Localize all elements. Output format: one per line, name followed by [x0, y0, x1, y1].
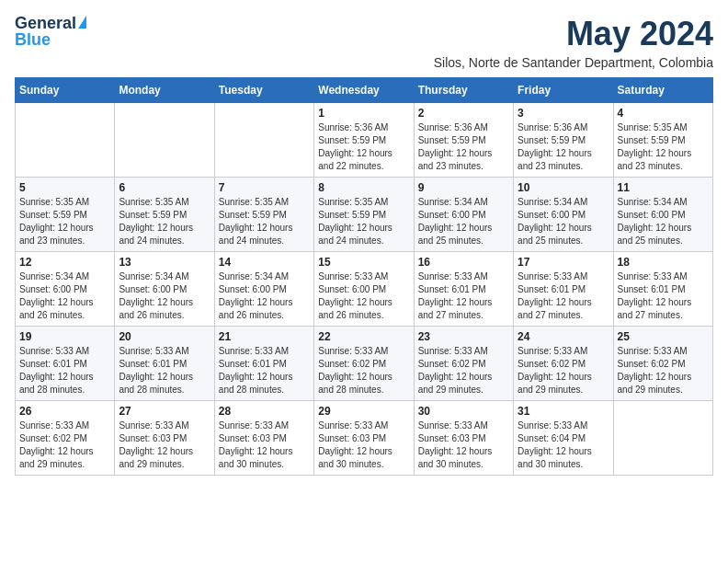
- day-number: 22: [318, 330, 409, 343]
- calendar-empty-cell: [613, 401, 712, 476]
- calendar-day-cell: 6Sunrise: 5:35 AM Sunset: 5:59 PM Daylig…: [115, 178, 214, 252]
- day-info: Sunrise: 5:34 AM Sunset: 6:00 PM Dayligh…: [418, 196, 509, 247]
- calendar-day-cell: 16Sunrise: 5:33 AM Sunset: 6:01 PM Dayli…: [414, 252, 513, 327]
- day-info: Sunrise: 5:33 AM Sunset: 6:03 PM Dayligh…: [119, 419, 210, 471]
- day-of-week-header: Wednesday: [314, 78, 414, 103]
- day-number: 14: [219, 256, 310, 269]
- calendar-day-cell: 10Sunrise: 5:34 AM Sunset: 6:00 PM Dayli…: [514, 178, 613, 252]
- calendar-week-row: 26Sunrise: 5:33 AM Sunset: 6:02 PM Dayli…: [16, 401, 713, 476]
- day-info: Sunrise: 5:33 AM Sunset: 6:00 PM Dayligh…: [318, 270, 409, 322]
- day-info: Sunrise: 5:33 AM Sunset: 6:02 PM Dayligh…: [418, 345, 509, 396]
- day-info: Sunrise: 5:33 AM Sunset: 6:04 PM Dayligh…: [518, 419, 609, 471]
- calendar-day-cell: 14Sunrise: 5:34 AM Sunset: 6:00 PM Dayli…: [214, 252, 313, 327]
- day-info: Sunrise: 5:33 AM Sunset: 6:01 PM Dayligh…: [418, 270, 509, 322]
- calendar-week-row: 12Sunrise: 5:34 AM Sunset: 6:00 PM Dayli…: [16, 252, 713, 327]
- calendar-day-cell: 13Sunrise: 5:34 AM Sunset: 6:00 PM Dayli…: [115, 252, 214, 327]
- page-header: General Blue May 2024 Silos, Norte de Sa…: [15, 15, 713, 70]
- calendar-day-cell: 28Sunrise: 5:33 AM Sunset: 6:03 PM Dayli…: [214, 401, 313, 476]
- day-number: 15: [318, 256, 409, 269]
- day-number: 10: [518, 181, 609, 194]
- calendar-body: 1Sunrise: 5:36 AM Sunset: 5:59 PM Daylig…: [16, 103, 713, 476]
- day-number: 21: [219, 330, 310, 343]
- day-of-week-header: Saturday: [613, 78, 712, 103]
- day-info: Sunrise: 5:36 AM Sunset: 5:59 PM Dayligh…: [518, 121, 609, 173]
- day-number: 30: [418, 405, 509, 418]
- day-number: 2: [418, 107, 509, 120]
- day-of-week-header: Tuesday: [214, 78, 313, 103]
- calendar-day-cell: 27Sunrise: 5:33 AM Sunset: 6:03 PM Dayli…: [115, 401, 214, 476]
- calendar-day-cell: 29Sunrise: 5:33 AM Sunset: 6:03 PM Dayli…: [314, 401, 414, 476]
- calendar-day-cell: 26Sunrise: 5:33 AM Sunset: 6:02 PM Dayli…: [16, 401, 115, 476]
- day-number: 25: [618, 330, 709, 343]
- day-number: 9: [418, 181, 509, 194]
- calendar-day-cell: 21Sunrise: 5:33 AM Sunset: 6:01 PM Dayli…: [214, 327, 313, 401]
- logo-blue-text: Blue: [15, 31, 51, 50]
- calendar-week-row: 1Sunrise: 5:36 AM Sunset: 5:59 PM Daylig…: [16, 103, 713, 178]
- day-of-week-header: Monday: [115, 78, 214, 103]
- day-info: Sunrise: 5:35 AM Sunset: 5:59 PM Dayligh…: [219, 196, 310, 247]
- day-info: Sunrise: 5:33 AM Sunset: 6:03 PM Dayligh…: [318, 419, 409, 471]
- day-number: 3: [518, 107, 609, 120]
- logo: General Blue: [15, 15, 86, 50]
- day-info: Sunrise: 5:33 AM Sunset: 6:03 PM Dayligh…: [418, 419, 509, 471]
- day-number: 17: [518, 256, 609, 269]
- calendar-day-cell: 23Sunrise: 5:33 AM Sunset: 6:02 PM Dayli…: [414, 327, 513, 401]
- day-info: Sunrise: 5:36 AM Sunset: 5:59 PM Dayligh…: [318, 121, 409, 173]
- calendar-day-cell: 2Sunrise: 5:36 AM Sunset: 5:59 PM Daylig…: [414, 103, 513, 178]
- calendar-day-cell: 24Sunrise: 5:33 AM Sunset: 6:02 PM Dayli…: [514, 327, 613, 401]
- calendar-day-cell: 4Sunrise: 5:35 AM Sunset: 5:59 PM Daylig…: [613, 103, 712, 178]
- day-info: Sunrise: 5:33 AM Sunset: 6:02 PM Dayligh…: [518, 345, 609, 396]
- day-of-week-header: Friday: [514, 78, 613, 103]
- day-number: 29: [318, 405, 409, 418]
- day-number: 1: [318, 107, 409, 120]
- calendar-week-row: 19Sunrise: 5:33 AM Sunset: 6:01 PM Dayli…: [16, 327, 713, 401]
- day-info: Sunrise: 5:33 AM Sunset: 6:02 PM Dayligh…: [19, 419, 110, 471]
- day-number: 31: [518, 405, 609, 418]
- day-info: Sunrise: 5:33 AM Sunset: 6:01 PM Dayligh…: [518, 270, 609, 322]
- calendar-day-cell: 31Sunrise: 5:33 AM Sunset: 6:04 PM Dayli…: [514, 401, 613, 476]
- day-of-week-header: Thursday: [414, 78, 513, 103]
- calendar-day-cell: 17Sunrise: 5:33 AM Sunset: 6:01 PM Dayli…: [514, 252, 613, 327]
- day-number: 13: [119, 256, 210, 269]
- calendar-day-cell: 5Sunrise: 5:35 AM Sunset: 5:59 PM Daylig…: [16, 178, 115, 252]
- calendar-day-cell: 30Sunrise: 5:33 AM Sunset: 6:03 PM Dayli…: [414, 401, 513, 476]
- day-of-week-header: Sunday: [16, 78, 115, 103]
- day-info: Sunrise: 5:34 AM Sunset: 6:00 PM Dayligh…: [219, 270, 310, 322]
- day-number: 8: [318, 181, 409, 194]
- calendar-day-cell: 25Sunrise: 5:33 AM Sunset: 6:02 PM Dayli…: [613, 327, 712, 401]
- calendar-day-cell: 18Sunrise: 5:33 AM Sunset: 6:01 PM Dayli…: [613, 252, 712, 327]
- day-info: Sunrise: 5:35 AM Sunset: 5:59 PM Dayligh…: [119, 196, 210, 247]
- calendar-day-cell: 22Sunrise: 5:33 AM Sunset: 6:02 PM Dayli…: [314, 327, 414, 401]
- calendar-empty-cell: [115, 103, 214, 178]
- location: Silos, Norte de Santander Department, Co…: [434, 55, 713, 70]
- day-number: 6: [119, 181, 210, 194]
- calendar-header: SundayMondayTuesdayWednesdayThursdayFrid…: [16, 78, 713, 103]
- calendar-day-cell: 8Sunrise: 5:35 AM Sunset: 5:59 PM Daylig…: [314, 178, 414, 252]
- calendar-day-cell: 11Sunrise: 5:34 AM Sunset: 6:00 PM Dayli…: [613, 178, 712, 252]
- calendar-empty-cell: [16, 103, 115, 178]
- day-info: Sunrise: 5:33 AM Sunset: 6:01 PM Dayligh…: [19, 345, 110, 396]
- day-info: Sunrise: 5:34 AM Sunset: 6:00 PM Dayligh…: [19, 270, 110, 322]
- day-number: 28: [219, 405, 310, 418]
- day-number: 24: [518, 330, 609, 343]
- month-title: May 2024: [434, 15, 713, 53]
- day-info: Sunrise: 5:34 AM Sunset: 6:00 PM Dayligh…: [518, 196, 609, 247]
- calendar-day-cell: 7Sunrise: 5:35 AM Sunset: 5:59 PM Daylig…: [214, 178, 313, 252]
- header-row: SundayMondayTuesdayWednesdayThursdayFrid…: [16, 78, 713, 103]
- day-info: Sunrise: 5:35 AM Sunset: 5:59 PM Dayligh…: [19, 196, 110, 247]
- calendar-day-cell: 1Sunrise: 5:36 AM Sunset: 5:59 PM Daylig…: [314, 103, 414, 178]
- calendar-day-cell: 15Sunrise: 5:33 AM Sunset: 6:00 PM Dayli…: [314, 252, 414, 327]
- calendar-week-row: 5Sunrise: 5:35 AM Sunset: 5:59 PM Daylig…: [16, 178, 713, 252]
- day-number: 26: [19, 405, 110, 418]
- day-info: Sunrise: 5:33 AM Sunset: 6:02 PM Dayligh…: [618, 345, 709, 396]
- day-number: 7: [219, 181, 310, 194]
- day-number: 20: [119, 330, 210, 343]
- day-number: 11: [618, 181, 709, 194]
- day-info: Sunrise: 5:33 AM Sunset: 6:01 PM Dayligh…: [119, 345, 210, 396]
- calendar-table: SundayMondayTuesdayWednesdayThursdayFrid…: [15, 77, 713, 476]
- day-number: 19: [19, 330, 110, 343]
- day-number: 27: [119, 405, 210, 418]
- day-info: Sunrise: 5:33 AM Sunset: 6:02 PM Dayligh…: [318, 345, 409, 396]
- day-info: Sunrise: 5:35 AM Sunset: 5:59 PM Dayligh…: [618, 121, 709, 173]
- calendar-day-cell: 3Sunrise: 5:36 AM Sunset: 5:59 PM Daylig…: [514, 103, 613, 178]
